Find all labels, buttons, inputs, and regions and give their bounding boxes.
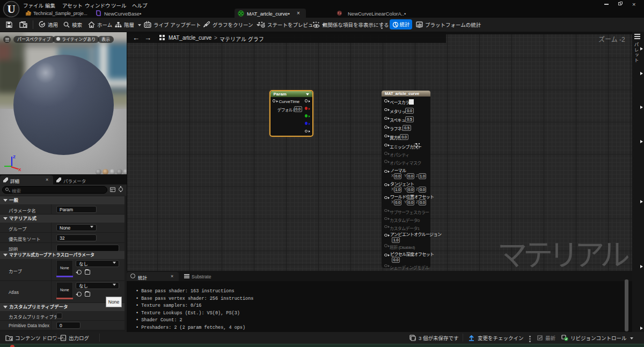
svg-text:U: U	[7, 3, 15, 16]
